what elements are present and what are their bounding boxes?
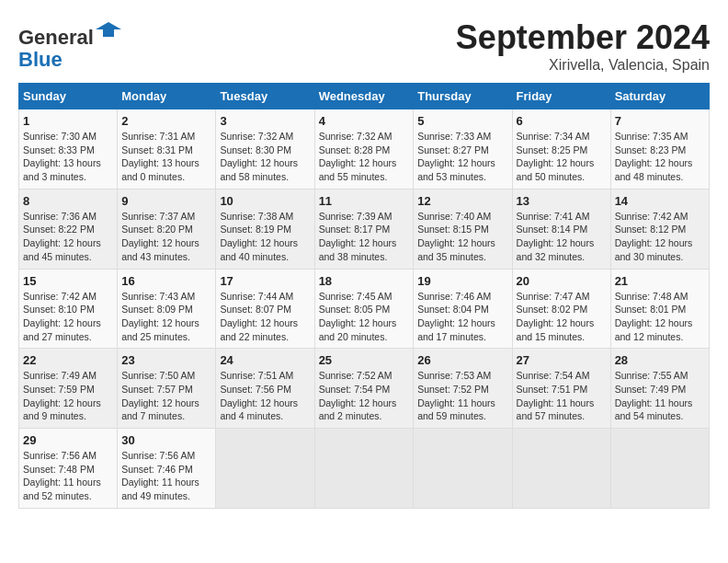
header-row: Sunday Monday Tuesday Wednesday Thursday… — [19, 84, 710, 109]
col-friday: Friday — [512, 84, 610, 109]
day-number: 6 — [517, 114, 607, 128]
logo-general: General — [18, 26, 94, 49]
calendar-day-cell: 4Sunrise: 7:32 AMSunset: 8:28 PMDaylight… — [314, 109, 414, 190]
calendar-day-cell: 24Sunrise: 7:51 AMSunset: 7:56 PMDayligh… — [216, 349, 314, 429]
day-number: 27 — [517, 353, 607, 367]
calendar-day-cell: 12Sunrise: 7:40 AMSunset: 8:15 PMDayligh… — [414, 189, 512, 269]
col-sunday: Sunday — [19, 84, 118, 109]
day-number: 9 — [121, 194, 211, 208]
day-number: 25 — [319, 353, 410, 367]
calendar-day-cell: 19Sunrise: 7:46 AMSunset: 8:04 PMDayligh… — [414, 269, 512, 349]
calendar-week-row: 1Sunrise: 7:30 AMSunset: 8:33 PMDaylight… — [19, 109, 710, 190]
day-number: 4 — [319, 114, 410, 128]
calendar-day-cell: 11Sunrise: 7:39 AMSunset: 8:17 PMDayligh… — [314, 189, 414, 269]
day-number: 26 — [417, 353, 507, 367]
day-info: Sunrise: 7:56 AMSunset: 7:46 PMDaylight:… — [121, 449, 211, 503]
calendar-week-row: 15Sunrise: 7:42 AMSunset: 8:10 PMDayligh… — [19, 269, 710, 349]
day-info: Sunrise: 7:45 AMSunset: 8:05 PMDaylight:… — [319, 290, 410, 344]
day-number: 7 — [615, 114, 705, 128]
calendar-day-cell — [314, 429, 414, 509]
calendar-day-cell: 7Sunrise: 7:35 AMSunset: 8:23 PMDaylight… — [610, 109, 709, 190]
day-info: Sunrise: 7:35 AMSunset: 8:23 PMDaylight:… — [615, 130, 705, 184]
col-monday: Monday — [118, 84, 216, 109]
calendar-day-cell: 3Sunrise: 7:32 AMSunset: 8:30 PMDaylight… — [216, 109, 314, 190]
location-subtitle: Xirivella, Valencia, Spain — [456, 57, 710, 74]
col-wednesday: Wednesday — [314, 84, 414, 109]
calendar-day-cell: 30Sunrise: 7:56 AMSunset: 7:46 PMDayligh… — [118, 429, 216, 509]
calendar-day-cell: 23Sunrise: 7:50 AMSunset: 7:57 PMDayligh… — [118, 349, 216, 429]
day-info: Sunrise: 7:37 AMSunset: 8:20 PMDaylight:… — [121, 210, 211, 264]
calendar-day-cell — [414, 429, 512, 509]
calendar-day-cell: 17Sunrise: 7:44 AMSunset: 8:07 PMDayligh… — [216, 269, 314, 349]
day-info: Sunrise: 7:42 AMSunset: 8:12 PMDaylight:… — [615, 210, 705, 264]
day-number: 11 — [319, 194, 410, 208]
day-number: 3 — [220, 114, 310, 128]
calendar-day-cell: 25Sunrise: 7:52 AMSunset: 7:54 PMDayligh… — [314, 349, 414, 429]
day-number: 17 — [220, 274, 310, 288]
day-info: Sunrise: 7:41 AMSunset: 8:14 PMDaylight:… — [517, 210, 607, 264]
col-saturday: Saturday — [610, 84, 709, 109]
day-number: 28 — [615, 353, 705, 367]
day-number: 10 — [220, 194, 310, 208]
calendar-day-cell: 10Sunrise: 7:38 AMSunset: 8:19 PMDayligh… — [216, 189, 314, 269]
day-info: Sunrise: 7:32 AMSunset: 8:30 PMDaylight:… — [220, 130, 310, 184]
month-title: September 2024 — [456, 18, 710, 57]
calendar-week-row: 29Sunrise: 7:56 AMSunset: 7:48 PMDayligh… — [19, 429, 710, 509]
calendar-day-cell: 18Sunrise: 7:45 AMSunset: 8:05 PMDayligh… — [314, 269, 414, 349]
day-number: 23 — [121, 353, 211, 367]
calendar-day-cell: 29Sunrise: 7:56 AMSunset: 7:48 PMDayligh… — [19, 429, 118, 509]
day-info: Sunrise: 7:36 AMSunset: 8:22 PMDaylight:… — [23, 210, 113, 264]
day-info: Sunrise: 7:49 AMSunset: 7:59 PMDaylight:… — [23, 369, 113, 423]
calendar-day-cell: 27Sunrise: 7:54 AMSunset: 7:51 PMDayligh… — [512, 349, 610, 429]
day-info: Sunrise: 7:52 AMSunset: 7:54 PMDaylight:… — [319, 369, 410, 423]
day-info: Sunrise: 7:44 AMSunset: 8:07 PMDaylight:… — [220, 290, 310, 344]
col-thursday: Thursday — [414, 84, 512, 109]
day-info: Sunrise: 7:30 AMSunset: 8:33 PMDaylight:… — [23, 130, 113, 184]
calendar-day-cell: 16Sunrise: 7:43 AMSunset: 8:09 PMDayligh… — [118, 269, 216, 349]
calendar-day-cell: 1Sunrise: 7:30 AMSunset: 8:33 PMDaylight… — [19, 109, 118, 190]
page-header: General Blue September 2024 Xirivella, V… — [18, 18, 710, 74]
day-number: 20 — [517, 274, 607, 288]
calendar-day-cell — [512, 429, 610, 509]
calendar-day-cell: 22Sunrise: 7:49 AMSunset: 7:59 PMDayligh… — [19, 349, 118, 429]
col-tuesday: Tuesday — [216, 84, 314, 109]
day-number: 8 — [23, 194, 113, 208]
logo: General Blue — [18, 18, 121, 71]
day-number: 24 — [220, 353, 310, 367]
calendar-day-cell: 20Sunrise: 7:47 AMSunset: 8:02 PMDayligh… — [512, 269, 610, 349]
calendar-day-cell — [216, 429, 314, 509]
day-number: 14 — [615, 194, 705, 208]
calendar-day-cell — [610, 429, 709, 509]
calendar-day-cell: 21Sunrise: 7:48 AMSunset: 8:01 PMDayligh… — [610, 269, 709, 349]
day-info: Sunrise: 7:32 AMSunset: 8:28 PMDaylight:… — [319, 130, 410, 184]
day-info: Sunrise: 7:40 AMSunset: 8:15 PMDaylight:… — [417, 210, 507, 264]
day-info: Sunrise: 7:39 AMSunset: 8:17 PMDaylight:… — [319, 210, 410, 264]
calendar-day-cell: 13Sunrise: 7:41 AMSunset: 8:14 PMDayligh… — [512, 189, 610, 269]
calendar-week-row: 22Sunrise: 7:49 AMSunset: 7:59 PMDayligh… — [19, 349, 710, 429]
day-info: Sunrise: 7:34 AMSunset: 8:25 PMDaylight:… — [517, 130, 607, 184]
calendar-day-cell: 15Sunrise: 7:42 AMSunset: 8:10 PMDayligh… — [19, 269, 118, 349]
day-info: Sunrise: 7:31 AMSunset: 8:31 PMDaylight:… — [121, 130, 211, 184]
calendar-day-cell: 28Sunrise: 7:55 AMSunset: 7:49 PMDayligh… — [610, 349, 709, 429]
calendar-week-row: 8Sunrise: 7:36 AMSunset: 8:22 PMDaylight… — [19, 189, 710, 269]
calendar-table: Sunday Monday Tuesday Wednesday Thursday… — [18, 83, 710, 509]
logo-blue: Blue — [18, 48, 63, 71]
calendar-day-cell: 9Sunrise: 7:37 AMSunset: 8:20 PMDaylight… — [118, 189, 216, 269]
calendar-day-cell: 26Sunrise: 7:53 AMSunset: 7:52 PMDayligh… — [414, 349, 512, 429]
day-info: Sunrise: 7:56 AMSunset: 7:48 PMDaylight:… — [23, 449, 113, 503]
day-info: Sunrise: 7:50 AMSunset: 7:57 PMDaylight:… — [121, 369, 211, 423]
calendar-day-cell: 14Sunrise: 7:42 AMSunset: 8:12 PMDayligh… — [610, 189, 709, 269]
title-block: September 2024 Xirivella, Valencia, Spai… — [456, 18, 710, 74]
day-info: Sunrise: 7:51 AMSunset: 7:56 PMDaylight:… — [220, 369, 310, 423]
day-number: 19 — [417, 274, 507, 288]
calendar-day-cell: 6Sunrise: 7:34 AMSunset: 8:25 PMDaylight… — [512, 109, 610, 190]
day-number: 16 — [121, 274, 211, 288]
calendar-day-cell: 2Sunrise: 7:31 AMSunset: 8:31 PMDaylight… — [118, 109, 216, 190]
day-info: Sunrise: 7:55 AMSunset: 7:49 PMDaylight:… — [615, 369, 705, 423]
day-info: Sunrise: 7:53 AMSunset: 7:52 PMDaylight:… — [417, 369, 507, 423]
day-number: 12 — [417, 194, 507, 208]
day-info: Sunrise: 7:33 AMSunset: 8:27 PMDaylight:… — [417, 130, 507, 184]
day-info: Sunrise: 7:43 AMSunset: 8:09 PMDaylight:… — [121, 290, 211, 344]
day-info: Sunrise: 7:47 AMSunset: 8:02 PMDaylight:… — [517, 290, 607, 344]
day-info: Sunrise: 7:38 AMSunset: 8:19 PMDaylight:… — [220, 210, 310, 264]
